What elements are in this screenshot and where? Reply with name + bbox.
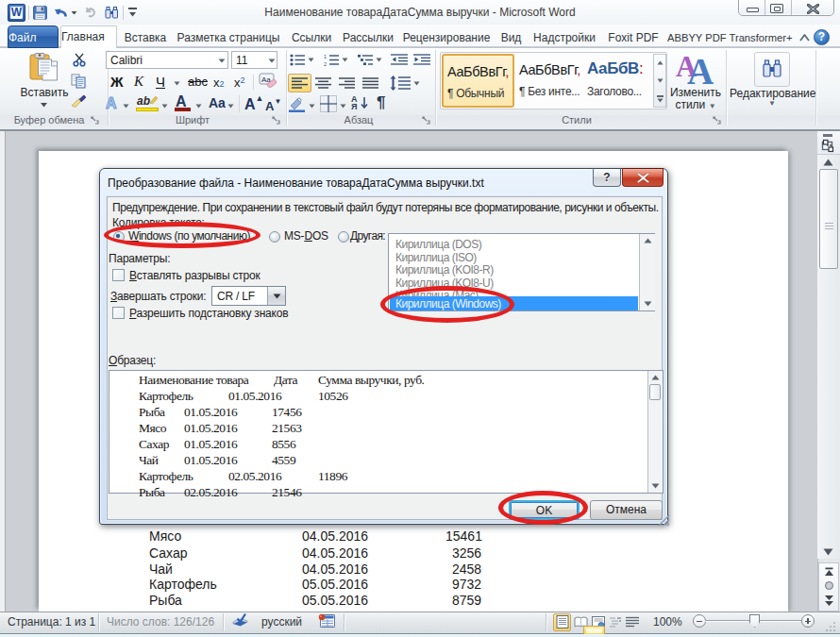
svg-text:1: 1 xyxy=(324,54,327,59)
svg-text:2: 2 xyxy=(324,61,327,66)
